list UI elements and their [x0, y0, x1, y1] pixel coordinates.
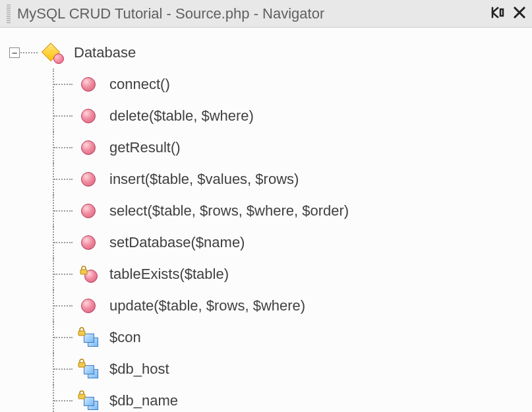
tree-item[interactable]: getResult() [9, 132, 525, 163]
svg-rect-3 [78, 394, 85, 399]
svg-rect-1 [78, 331, 85, 336]
tree-item[interactable]: $con [9, 322, 525, 353]
tree-root-label: Database [74, 44, 136, 61]
tree-item-label: delete($table, $where) [109, 107, 254, 125]
method-icon [75, 172, 102, 187]
private-property-icon [75, 360, 102, 378]
grip-handle[interactable] [7, 5, 11, 23]
tree-item-label: getResult() [109, 139, 181, 156]
method-icon [75, 299, 102, 313]
tree-item-label: select($table, $rows, $where, $order) [109, 202, 349, 220]
titlebar: MySQL CRUD Tutorial - Source.php - Navig… [0, 0, 532, 28]
private-property-icon [75, 392, 102, 410]
method-icon [75, 109, 102, 123]
tree-item[interactable]: tableExists($table) [9, 258, 525, 290]
method-icon [75, 204, 102, 218]
tree-item[interactable]: select($table, $rows, $where, $order) [9, 195, 525, 227]
private-method-icon [75, 266, 102, 283]
tree-item-label: connect() [109, 76, 170, 93]
panel-title: MySQL CRUD Tutorial - Source.php - Navig… [17, 5, 491, 22]
toolbar-icons [491, 7, 525, 21]
tree-item-label: setDatabase($name) [109, 234, 245, 251]
tree-item[interactable]: connect() [9, 69, 525, 100]
close-icon[interactable] [514, 7, 525, 21]
method-icon [75, 235, 102, 250]
tree-item[interactable]: $db_host [9, 353, 525, 385]
svg-rect-0 [80, 270, 87, 274]
tree-item-label: tableExists($table) [109, 266, 229, 283]
tree-item-label: $db_host [109, 361, 169, 378]
svg-rect-2 [78, 363, 85, 367]
private-property-icon [75, 328, 102, 347]
tree-item[interactable]: insert($table, $values, $rows) [9, 163, 525, 195]
navigator-tree: − Database connect() delete($table, $whe… [0, 28, 532, 412]
tree-item-label: update($table, $rows, $where) [109, 297, 305, 314]
class-icon [40, 43, 66, 63]
tree-item[interactable]: setDatabase($name) [9, 227, 525, 258]
tree-root-row[interactable]: − Database [9, 37, 525, 69]
tree-item[interactable]: delete($table, $where) [9, 100, 525, 132]
tree-item[interactable]: update($table, $rows, $where) [9, 290, 525, 322]
tree-item[interactable]: $db_name [9, 385, 525, 412]
minimize-icon[interactable] [491, 7, 504, 21]
method-icon [75, 140, 102, 155]
tree-item-label: insert($table, $values, $rows) [109, 171, 299, 188]
tree-item-label: $con [109, 329, 141, 346]
tree-item-label: $db_name [109, 392, 178, 409]
expand-toggle[interactable]: − [9, 47, 20, 58]
method-icon [75, 77, 102, 92]
